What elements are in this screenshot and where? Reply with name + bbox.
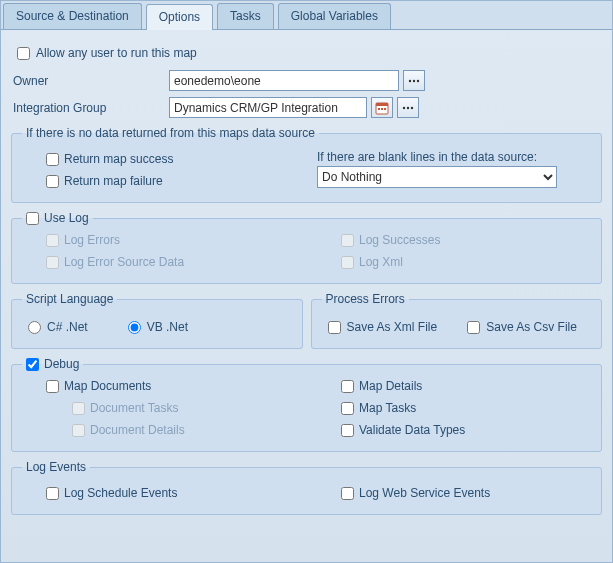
blank-lines-label: If there are blank lines in the data sou… [317, 148, 591, 166]
map-documents-label: Map Documents [64, 379, 151, 393]
integration-group-input[interactable] [169, 97, 367, 118]
log-xml-label: Log Xml [359, 255, 403, 269]
tab-tasks[interactable]: Tasks [217, 3, 274, 29]
save-xml-checkbox[interactable] [328, 321, 341, 334]
debug-label: Debug [44, 357, 79, 371]
svg-point-8 [403, 106, 405, 108]
log-web-service-events-checkbox[interactable] [341, 487, 354, 500]
log-xml-checkbox [341, 256, 354, 269]
tab-bar: Source & Destination Options Tasks Globa… [1, 1, 612, 30]
log-successes-checkbox [341, 234, 354, 247]
log-events-group: Log Events Log Schedule Events Log Web S… [11, 460, 602, 515]
validate-data-types-label: Validate Data Types [359, 423, 465, 437]
tab-global-variables[interactable]: Global Variables [278, 3, 391, 29]
validate-data-types-checkbox[interactable] [341, 424, 354, 437]
integration-group-label: Integration Group [9, 101, 169, 115]
map-tasks-checkbox[interactable] [341, 402, 354, 415]
owner-label: Owner [9, 74, 169, 88]
owner-lookup-button[interactable] [403, 70, 425, 91]
log-schedule-events-checkbox[interactable] [46, 487, 59, 500]
log-events-legend: Log Events [22, 460, 90, 474]
debug-checkbox[interactable] [26, 358, 39, 371]
document-tasks-checkbox [72, 402, 85, 415]
owner-input[interactable] [169, 70, 399, 91]
calendar-icon [375, 101, 389, 115]
vb-radio[interactable] [128, 321, 141, 334]
use-log-label: Use Log [44, 211, 89, 225]
log-successes-label: Log Successes [359, 233, 440, 247]
csharp-label: C# .Net [47, 320, 88, 334]
integration-group-calendar-button[interactable] [371, 97, 393, 118]
options-panel: Source & Destination Options Tasks Globa… [0, 0, 613, 563]
return-map-success-label: Return map success [64, 152, 173, 166]
svg-point-9 [407, 106, 409, 108]
log-error-source-label: Log Error Source Data [64, 255, 184, 269]
use-log-group: Use Log Log Errors Log Error Source Data [11, 211, 602, 284]
svg-point-2 [417, 79, 419, 81]
debug-group: Debug Map Documents Document Tasks Doc [11, 357, 602, 452]
options-content: Allow any user to run this map Owner Int… [1, 30, 612, 533]
map-details-checkbox[interactable] [341, 380, 354, 393]
svg-rect-7 [384, 108, 386, 110]
no-data-group: If there is no data returned from this m… [11, 126, 602, 203]
svg-rect-6 [381, 108, 383, 110]
process-errors-legend: Process Errors [322, 292, 409, 306]
log-error-source-checkbox [46, 256, 59, 269]
log-errors-label: Log Errors [64, 233, 120, 247]
svg-point-0 [409, 79, 411, 81]
svg-rect-4 [376, 103, 388, 106]
save-csv-checkbox[interactable] [467, 321, 480, 334]
tab-options[interactable]: Options [146, 4, 213, 30]
use-log-checkbox[interactable] [26, 212, 39, 225]
process-errors-group: Process Errors Save As Xml File Save As … [311, 292, 603, 349]
log-errors-checkbox [46, 234, 59, 247]
csharp-radio[interactable] [28, 321, 41, 334]
return-map-success-checkbox[interactable] [46, 153, 59, 166]
document-tasks-label: Document Tasks [90, 401, 178, 415]
save-xml-label: Save As Xml File [347, 320, 438, 334]
svg-rect-5 [378, 108, 380, 110]
tab-source-destination[interactable]: Source & Destination [3, 3, 142, 29]
return-map-failure-checkbox[interactable] [46, 175, 59, 188]
map-details-label: Map Details [359, 379, 422, 393]
svg-point-10 [411, 106, 413, 108]
map-tasks-label: Map Tasks [359, 401, 416, 415]
allow-any-user-label: Allow any user to run this map [36, 46, 197, 60]
script-language-legend: Script Language [22, 292, 117, 306]
vb-label: VB .Net [147, 320, 188, 334]
no-data-legend: If there is no data returned from this m… [22, 126, 319, 140]
script-language-group: Script Language C# .Net VB .Net [11, 292, 303, 349]
blank-lines-select[interactable]: Do Nothing [317, 166, 557, 188]
map-documents-checkbox[interactable] [46, 380, 59, 393]
return-map-failure-label: Return map failure [64, 174, 163, 188]
svg-point-1 [413, 79, 415, 81]
document-details-label: Document Details [90, 423, 185, 437]
save-csv-label: Save As Csv File [486, 320, 577, 334]
log-schedule-events-label: Log Schedule Events [64, 486, 177, 500]
ellipsis-icon [408, 79, 420, 83]
log-web-service-events-label: Log Web Service Events [359, 486, 490, 500]
allow-any-user-checkbox[interactable] [17, 47, 30, 60]
ellipsis-icon [402, 106, 414, 110]
document-details-checkbox [72, 424, 85, 437]
integration-group-lookup-button[interactable] [397, 97, 419, 118]
